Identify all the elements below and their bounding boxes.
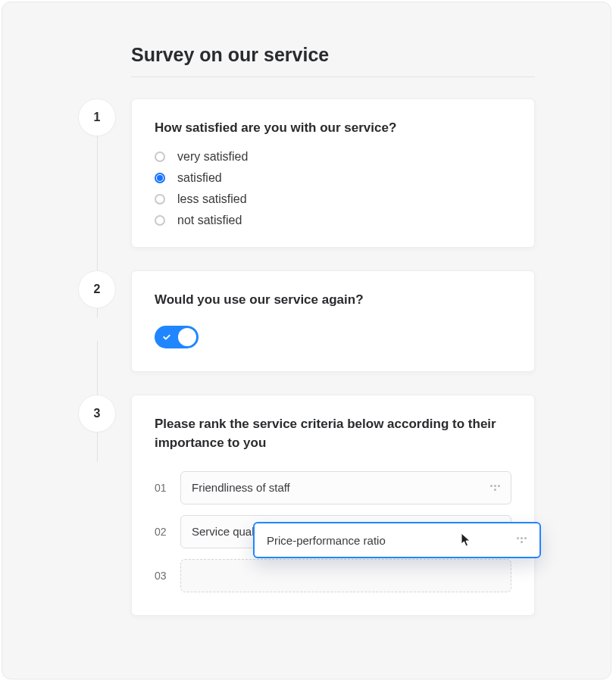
radio-label: very satisfied xyxy=(177,150,248,164)
survey-container: Survey on our service 1 How satisfied ar… xyxy=(2,2,611,679)
rank-row-3: 03 xyxy=(155,559,511,592)
radio-icon xyxy=(155,151,165,162)
question-card-2: Would you use our service again? xyxy=(131,270,535,373)
step-badge-3: 3 xyxy=(78,395,116,433)
radio-icon-checked xyxy=(155,173,165,183)
radio-option-less-satisfied[interactable]: less satisfied xyxy=(155,192,511,206)
title-divider xyxy=(131,77,535,77)
question-card-1: How satisfied are you with our service? … xyxy=(131,98,535,248)
rank-number: 02 xyxy=(155,526,180,538)
radio-option-very-satisfied[interactable]: very satisfied xyxy=(155,150,511,164)
rank-drop-placeholder[interactable] xyxy=(180,559,511,592)
radio-label: satisfied xyxy=(177,171,222,185)
rank-item-friendliness[interactable]: Friendliness of staff xyxy=(180,471,511,504)
cursor-icon xyxy=(461,533,472,548)
page-title: Survey on our service xyxy=(131,44,535,66)
radio-icon xyxy=(155,194,165,205)
radio-icon xyxy=(155,215,165,226)
rank-number: 01 xyxy=(155,482,180,494)
rank-item-label: Friendliness of staff xyxy=(192,481,290,494)
rank-row-1: 01 Friendliness of staff xyxy=(155,471,511,504)
rank-item-dragging[interactable]: Price-performance ratio xyxy=(253,522,541,558)
step-2: 2 Would you use our service again? xyxy=(78,270,535,373)
rank-item-label: Service qualit xyxy=(192,525,260,538)
question-text-1: How satisfied are you with our service? xyxy=(155,119,511,138)
drag-handle-icon[interactable] xyxy=(489,483,500,493)
step-badge-1: 1 xyxy=(78,98,116,136)
step-1: 1 How satisfied are you with our service… xyxy=(78,98,535,248)
step-badge-2: 2 xyxy=(78,270,116,308)
check-icon xyxy=(162,333,171,342)
radio-label: less satisfied xyxy=(177,192,247,206)
steps-list: 1 How satisfied are you with our service… xyxy=(78,98,535,616)
radio-label: not satisfied xyxy=(177,214,242,227)
question-text-3: Please rank the service criteria below a… xyxy=(155,415,511,452)
toggle-knob xyxy=(178,328,196,346)
rank-number: 03 xyxy=(155,570,180,582)
radio-option-satisfied[interactable]: satisfied xyxy=(155,171,511,185)
drag-handle-icon[interactable] xyxy=(517,535,527,545)
step-3: 3 Please rank the service criteria below… xyxy=(78,395,535,615)
toggle-use-again[interactable] xyxy=(155,326,199,348)
radio-option-not-satisfied[interactable]: not satisfied xyxy=(155,214,511,227)
question-text-2: Would you use our service again? xyxy=(155,291,511,310)
question-card-3: Please rank the service criteria below a… xyxy=(131,395,535,615)
rank-item-label: Price-performance ratio xyxy=(267,534,386,547)
